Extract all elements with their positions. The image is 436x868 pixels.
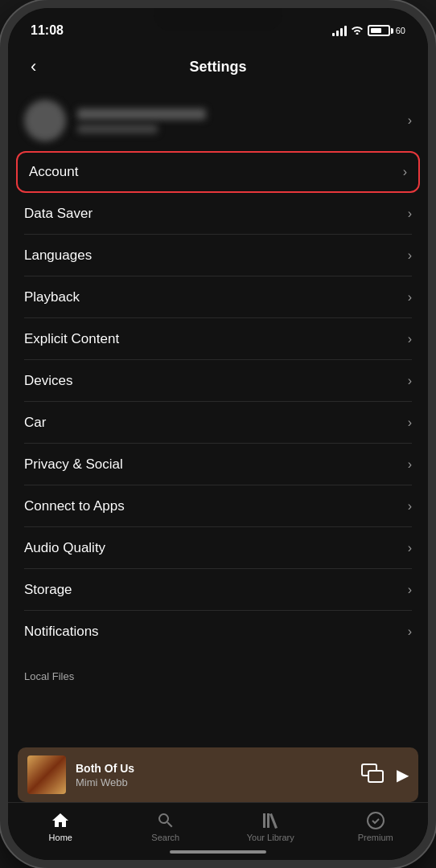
home-icon	[51, 811, 70, 830]
wifi-icon	[351, 24, 364, 37]
nav-search[interactable]: Search	[113, 808, 219, 845]
svg-rect-1	[368, 771, 383, 782]
settings-item-audio-quality[interactable]: Audio Quality ›	[8, 527, 428, 569]
settings-chevron-audio-quality: ›	[408, 541, 412, 555]
settings-label-data-saver: Data Saver	[24, 206, 93, 222]
now-playing-bar[interactable]: Both Of Us Mimi Webb ▶	[18, 747, 418, 802]
settings-label-car: Car	[24, 415, 46, 431]
battery-icon: 60	[368, 25, 405, 36]
settings-item-languages[interactable]: Languages ›	[8, 235, 428, 276]
np-device-button[interactable]	[361, 764, 384, 787]
svg-point-4	[368, 813, 384, 829]
library-icon	[261, 811, 280, 830]
settings-item-storage[interactable]: Storage ›	[8, 569, 428, 611]
header: ‹ Settings	[8, 47, 428, 90]
svg-rect-2	[263, 813, 265, 828]
profile-chevron: ›	[408, 113, 412, 128]
settings-item-car[interactable]: Car ›	[8, 402, 428, 444]
settings-item-account[interactable]: Account ›	[16, 151, 420, 193]
settings-label-explicit-content: Explicit Content	[24, 331, 119, 347]
nav-search-label: Search	[151, 833, 179, 842]
signal-icon	[332, 25, 347, 36]
premium-icon	[366, 811, 385, 830]
settings-label-privacy-social: Privacy & Social	[24, 457, 123, 473]
settings-chevron-car: ›	[408, 416, 412, 430]
settings-label-account: Account	[29, 164, 78, 180]
profile-avatar	[24, 100, 66, 141]
settings-chevron-connect-to-apps: ›	[408, 499, 412, 514]
np-artist: Mimi Webb	[76, 776, 361, 788]
settings-label-devices: Devices	[24, 373, 72, 389]
nav-home[interactable]: Home	[8, 808, 113, 845]
settings-content: › Account › Data Saver › Languages ›	[8, 90, 428, 738]
settings-label-playback: Playback	[24, 289, 80, 305]
settings-label-languages: Languages	[24, 248, 92, 264]
settings-item-privacy-social[interactable]: Privacy & Social ›	[8, 444, 428, 485]
profile-subtitle	[77, 125, 158, 133]
settings-chevron-explicit-content: ›	[408, 332, 412, 346]
nav-premium-label: Premium	[358, 833, 393, 842]
profile-info	[77, 108, 408, 133]
np-play-button[interactable]: ▶	[397, 765, 409, 784]
profile-name	[77, 108, 206, 120]
settings-chevron-data-saver: ›	[408, 207, 412, 221]
np-track-info: Both Of Us Mimi Webb	[76, 762, 361, 788]
nav-home-label: Home	[49, 833, 72, 842]
settings-chevron-account: ›	[403, 165, 407, 179]
nav-library[interactable]: Your Library	[218, 808, 323, 845]
status-time: 11:08	[31, 23, 64, 38]
battery-level: 60	[396, 26, 405, 35]
settings-item-connect-to-apps[interactable]: Connect to Apps ›	[8, 485, 428, 527]
settings-label-connect-to-apps: Connect to Apps	[24, 498, 125, 514]
settings-item-explicit-content[interactable]: Explicit Content ›	[8, 318, 428, 360]
phone-screen: 11:08 60	[8, 8, 428, 860]
svg-rect-3	[267, 813, 269, 828]
nav-premium[interactable]: Premium	[323, 808, 429, 845]
home-indicator	[170, 850, 266, 854]
nav-library-label: Your Library	[247, 833, 294, 842]
profile-row[interactable]: ›	[8, 90, 428, 151]
settings-chevron-privacy-social: ›	[408, 457, 412, 472]
np-artwork	[27, 755, 66, 794]
settings-chevron-notifications: ›	[408, 624, 412, 639]
settings-item-devices[interactable]: Devices ›	[8, 360, 428, 402]
settings-chevron-languages: ›	[408, 248, 412, 263]
settings-label-audio-quality: Audio Quality	[24, 540, 105, 556]
np-title: Both Of Us	[76, 762, 361, 775]
np-controls: ▶	[361, 764, 409, 787]
settings-chevron-devices: ›	[408, 374, 412, 388]
search-icon	[156, 811, 175, 830]
settings-label-storage: Storage	[24, 582, 72, 598]
settings-chevron-playback: ›	[408, 290, 412, 305]
np-artwork-image	[27, 755, 66, 794]
local-files-label: Local Files	[8, 661, 428, 686]
notch	[154, 8, 282, 31]
settings-item-playback[interactable]: Playback ›	[8, 276, 428, 318]
settings-item-data-saver[interactable]: Data Saver ›	[8, 193, 428, 235]
settings-chevron-storage: ›	[408, 583, 412, 597]
status-icons: 60	[332, 24, 405, 37]
settings-label-notifications: Notifications	[24, 624, 99, 640]
page-title: Settings	[189, 59, 246, 76]
settings-item-notifications[interactable]: Notifications ›	[8, 611, 428, 653]
back-button[interactable]: ‹	[24, 53, 43, 80]
phone-frame: 11:08 60	[0, 0, 436, 868]
settings-list: Account › Data Saver › Languages › Playb…	[8, 151, 428, 653]
